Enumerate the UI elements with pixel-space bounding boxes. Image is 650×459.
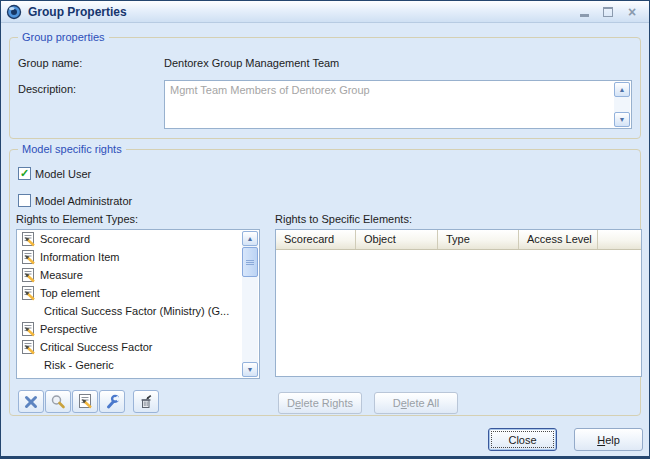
thumb-grip-icon <box>246 260 254 265</box>
scroll-down-icon[interactable]: ▼ <box>242 362 258 377</box>
column-header-scorecard[interactable]: Scorecard <box>276 230 356 249</box>
edit-rights-icon <box>21 232 36 247</box>
edit-rights-icon <box>21 286 36 301</box>
help-button-label: H <box>597 434 605 446</box>
maximize-button[interactable] <box>601 5 615 19</box>
delete-rights-label: D <box>287 397 295 409</box>
list-item-label: Information Item <box>40 251 119 263</box>
model-administrator-checkbox[interactable] <box>18 194 31 207</box>
edit-rights-icon <box>21 322 36 337</box>
close-button[interactable]: Close <box>488 428 557 451</box>
description-label: Description: <box>18 83 76 95</box>
scroll-up-icon[interactable]: ▲ <box>242 231 258 246</box>
toolbar-search-button[interactable] <box>45 390 71 413</box>
model-user-checkbox[interactable]: ✓ <box>18 167 31 180</box>
model-administrator-label[interactable]: Model Administrator <box>35 195 132 207</box>
edit-rights-icon <box>21 340 36 355</box>
list-item-label: Critical Success Factor <box>40 341 152 353</box>
description-scrollbar[interactable]: ▲ ▼ <box>614 82 630 127</box>
scroll-down-icon[interactable]: ▼ <box>614 112 630 127</box>
list-item[interactable]: Risk Category <box>17 374 242 378</box>
help-button[interactable]: Help <box>574 428 643 451</box>
element-types-list: Scorecard Information Item Measure Top e… <box>17 230 242 378</box>
edit-rights-icon <box>21 250 36 265</box>
toolbar-recycle-button[interactable] <box>133 390 159 413</box>
magnifier-icon <box>50 394 66 410</box>
table-header: Scorecard Object Type Access Level <box>276 230 641 250</box>
titlebar-close-button[interactable]: × <box>625 5 639 19</box>
list-item-label: Risk - Generic <box>44 359 114 371</box>
minimize-button[interactable] <box>577 5 591 19</box>
list-item[interactable]: Measure <box>17 266 242 284</box>
column-header-filler <box>598 230 641 249</box>
group-properties-groupbox: Group properties Group name: Dentorex Gr… <box>9 37 641 139</box>
description-placeholder: Mgmt Team Members of Dentorex Group <box>165 81 631 96</box>
delete-bin-icon <box>138 394 154 410</box>
list-item[interactable]: Critical Success Factor (Ministry) (G... <box>17 302 242 320</box>
app-orb-icon <box>6 4 22 20</box>
scroll-up-icon[interactable]: ▲ <box>614 82 630 97</box>
group-properties-legend: Group properties <box>18 31 109 43</box>
list-item[interactable]: Scorecard <box>17 230 242 248</box>
model-specific-rights-groupbox: Model specific rights ✓ Model User Model… <box>9 149 641 416</box>
edit-rights-icon <box>21 268 36 283</box>
delete-rights-button[interactable]: Delete Rights <box>278 392 362 414</box>
list-item[interactable]: Perspective <box>17 320 242 338</box>
clear-x-icon <box>23 394 39 410</box>
element-types-scrollbar[interactable]: ▲ ▼ <box>242 231 258 377</box>
toolbar-tools-button[interactable] <box>99 390 125 413</box>
delete-all-label: D <box>393 397 401 409</box>
toolbar-remove-rights-button[interactable] <box>18 390 44 413</box>
description-input[interactable]: Mgmt Team Members of Dentorex Group ▲ ▼ <box>164 80 632 129</box>
titlebar[interactable]: Group Properties × <box>1 1 649 23</box>
column-header-object[interactable]: Object <box>356 230 438 249</box>
rights-specific-elements-label: Rights to Specific Elements: <box>275 213 412 225</box>
list-item-label: Scorecard <box>40 233 90 245</box>
model-user-label[interactable]: Model User <box>35 168 91 180</box>
window-controls: × <box>577 5 639 19</box>
list-item-label: Critical Success Factor (Ministry) (G... <box>44 305 229 317</box>
rights-element-types-label: Rights to Element Types: <box>16 213 138 225</box>
checkmark-icon: ✓ <box>20 168 29 179</box>
delete-all-button[interactable]: Delete All <box>374 392 458 414</box>
window-title: Group Properties <box>28 5 577 19</box>
element-types-listbox[interactable]: Scorecard Information Item Measure Top e… <box>16 229 260 379</box>
model-specific-rights-legend: Model specific rights <box>18 143 126 155</box>
close-icon: × <box>628 5 636 19</box>
close-button-label: Close <box>508 434 536 446</box>
list-item[interactable]: Top element <box>17 284 242 302</box>
list-item-label: Perspective <box>40 323 97 335</box>
list-item-label: Measure <box>40 269 83 281</box>
list-item-label: Risk Category <box>44 377 113 378</box>
column-header-type[interactable]: Type <box>438 230 519 249</box>
edit-rights-icon <box>78 394 93 409</box>
group-name-value: Dentorex Group Management Team <box>164 57 339 69</box>
list-item[interactable]: Critical Success Factor <box>17 338 242 356</box>
group-name-label: Group name: <box>18 57 82 69</box>
list-item[interactable]: Risk - Generic <box>17 356 242 374</box>
maximize-icon <box>603 7 613 17</box>
wrench-icon <box>104 394 120 410</box>
toolbar-edit-rights-button[interactable] <box>72 390 98 413</box>
minimize-icon <box>580 14 589 17</box>
list-item[interactable]: Information Item <box>17 248 242 266</box>
specific-elements-table: Scorecard Object Type Access Level <box>275 229 642 377</box>
scrollbar-thumb[interactable] <box>242 247 258 277</box>
group-properties-dialog: Group Properties × Group properties Grou… <box>0 0 650 459</box>
column-header-access-level[interactable]: Access Level <box>519 230 598 249</box>
list-item-label: Top element <box>40 287 100 299</box>
